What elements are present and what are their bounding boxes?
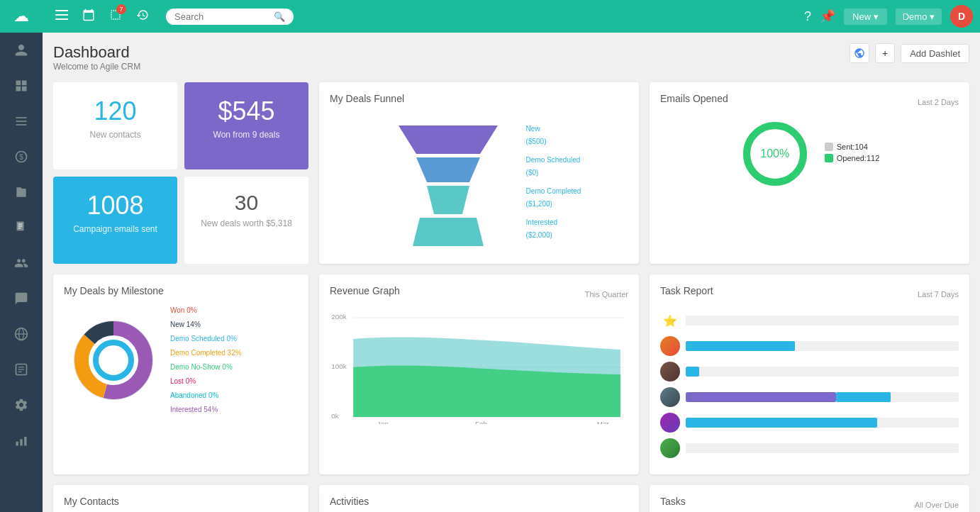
milestone-content: Won 0% New 14% Demo Scheduled 0% Demo Co… [64,304,298,417]
row3: My Contacts DI Dion Other, Signup R [53,485,969,512]
task-row-5 [660,438,959,458]
stat-cards: 120 New contacts $545 Won from 9 deals 1… [53,82,308,264]
search-box[interactable]: 🔍 [166,9,294,25]
sidebar: ☁ $ [0,0,43,512]
search-input[interactable] [174,11,274,22]
svg-marker-30 [427,186,469,214]
activities-title: Activities [330,496,628,507]
avatar[interactable]: D [950,5,973,28]
sidebar-item-chat[interactable] [0,281,43,316]
sidebar-item-activity[interactable] [0,104,43,139]
sidebar-item-analytics[interactable] [0,423,43,458]
task-bar-5 [686,443,959,453]
sidebar-item-forms[interactable] [0,352,43,387]
sent-text: Sent:104 [837,143,868,151]
add-dashlet-button[interactable]: Add Dashlet [901,44,969,63]
donut-percentage: 100% [760,148,789,160]
sidebar-item-documents[interactable] [0,210,43,245]
tasks-icon[interactable]: 7 [109,9,122,24]
add-dashlet-icon-button[interactable]: + [875,43,895,63]
won-deals-card: $545 Won from 9 deals [184,82,308,169]
funnel-label-demo-completed: Demo Completed($1,200) [526,185,581,211]
task-avatar-3 [660,387,680,407]
svg-rect-22 [24,437,26,446]
new-contacts-number: 120 [64,96,167,126]
task-bar-fill-4 [686,418,877,428]
milestone-interested: Interested 54% [170,403,242,417]
svg-rect-3 [22,87,27,91]
donut-legend: Sent:104 Opened:112 [825,143,880,165]
star-icon: ⭐ [660,311,680,330]
task-bar-fill-3a [686,392,836,402]
new-contacts-label: New contacts [64,130,167,140]
task-avatar-2 [660,362,680,382]
svg-rect-5 [16,121,27,122]
milestone-demo-scheduled: Demo Scheduled 0% [170,332,242,346]
pin-icon[interactable]: 📌 [820,9,835,24]
dashboard-title: Dashboard [53,43,140,62]
milestone-demo-noshow: Demo No-Show 0% [170,360,242,374]
task-avatar-4 [660,413,680,433]
history-icon[interactable] [136,9,149,24]
sidebar-item-settings[interactable] [0,387,43,423]
funnel-label-new: New($500) [526,123,581,148]
funnel-label-demo-scheduled: Demo Scheduled($0) [526,154,581,179]
dashboard-subtitle: Welcome to Agile CRM [53,62,140,72]
opened-dot [825,154,833,162]
sidebar-item-contacts[interactable] [0,33,43,68]
help-icon[interactable]: ? [804,9,811,24]
tasks-title: Tasks [660,496,686,507]
cloud-icon: ☁ [13,7,29,26]
calendar-icon[interactable] [82,9,95,24]
new-button[interactable]: New ▾ [844,9,887,25]
task-avatar-5 [660,438,680,458]
revenue-title: Revenue Graph [330,285,400,296]
svg-text:Feb: Feb [475,420,487,424]
task-bar-1 [686,341,959,351]
sidebar-item-files[interactable] [0,174,43,210]
revenue-chart: 200k 100k 0k Jan Feb Ma [330,311,628,427]
svg-rect-0 [16,81,21,86]
svg-text:D: D [958,11,965,22]
task-report-card: Task Report Last 7 Days ⭐ [650,274,969,474]
task-bar-2 [686,367,959,377]
svg-rect-1 [22,81,27,86]
tasks-badge: 7 [116,4,126,14]
milestone-labels: Won 0% New 14% Demo Scheduled 0% Demo Co… [170,304,242,417]
svg-point-40 [104,350,123,370]
demo-button[interactable]: Demo ▾ [896,9,942,25]
milestone-card: My Deals by Milestone [53,274,308,474]
content-area: Dashboard Welcome to Agile CRM + Add Das… [43,33,980,512]
svg-text:Mar: Mar [597,420,609,424]
emails-card-header: Emails Opened Last 2 Days [660,93,959,111]
donut-container: 100% Sent:104 Opened:112 [660,118,959,189]
task-bar-container [686,316,959,325]
emails-opened-card: Emails Opened Last 2 Days 100% [650,82,969,264]
svg-text:200k: 200k [331,313,347,320]
tasks-header: Tasks All Over Due [660,496,959,512]
new-contacts-card: 120 New contacts [53,82,177,169]
task-report-title: Task Report [660,285,713,296]
milestone-demo-completed: Demo Completed 32% [170,346,242,360]
donut-chart: 100% [740,118,811,189]
funnel-card: My Deals Funnel New($500) Demo [319,82,639,264]
sidebar-item-web[interactable] [0,316,43,352]
revenue-svg: 200k 100k 0k Jan Feb Ma [330,311,628,424]
sidebar-item-reports[interactable] [0,245,43,281]
svg-rect-20 [16,442,18,446]
campaign-number: 1008 [64,191,167,221]
menu-icon[interactable] [55,10,68,23]
pie-chart [64,311,163,410]
sidebar-item-deals[interactable]: $ [0,139,43,174]
google-icon-button[interactable] [850,43,869,63]
legend-opened: Opened:112 [825,154,880,162]
sidebar-item-dashboard[interactable] [0,68,43,104]
won-deals-number: $545 [195,96,298,126]
svg-rect-6 [16,124,27,126]
task-report-header: Task Report Last 7 Days [660,285,959,304]
tasks-period: All Over Due [915,501,959,509]
app-logo[interactable]: ☁ [0,0,43,33]
new-deals-number: 30 [195,191,298,215]
svg-text:100k: 100k [331,362,347,369]
svg-rect-25 [55,18,68,20]
